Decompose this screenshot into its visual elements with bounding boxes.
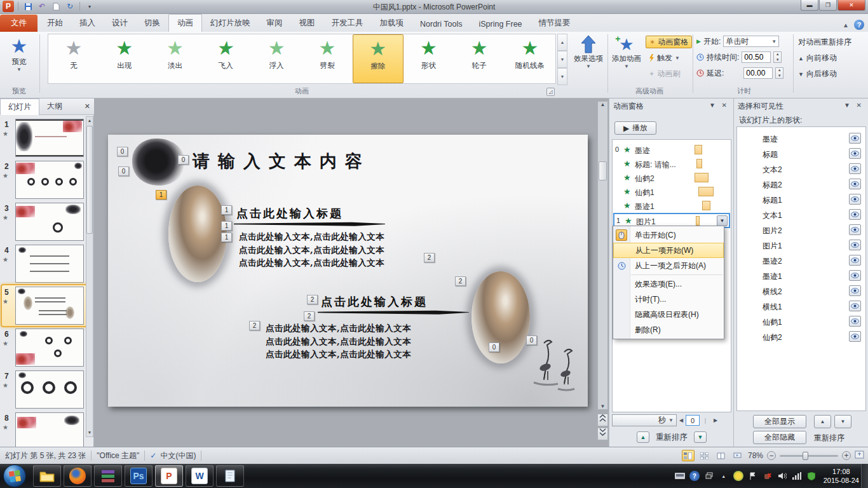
close-button[interactable]: ✕ (837, 0, 865, 11)
timeline-bar[interactable] (695, 173, 709, 182)
slide-title-placeholder[interactable]: 请输入文本内容 (193, 150, 370, 173)
volume-tray-icon[interactable] (777, 471, 787, 481)
next-slide-button[interactable] (597, 428, 608, 440)
shape-row[interactable]: 图片2 (737, 222, 865, 238)
timeline-right-icon[interactable]: ▶ (711, 417, 720, 423)
close-icon[interactable]: ✕ (722, 102, 727, 109)
animation-badge[interactable]: 2 (249, 321, 260, 330)
section-title-placeholder[interactable]: 点击此处输入标题 (321, 294, 428, 309)
timeline-bar[interactable] (702, 201, 710, 210)
animation-badge[interactable]: 1 (221, 205, 232, 215)
mountain-picture-left[interactable] (168, 186, 227, 282)
tab-insert[interactable]: 插入 (71, 15, 104, 32)
menu-item-timing[interactable]: 计时(T)... (613, 292, 724, 307)
tab-ispring-free[interactable]: iSpring Free (470, 17, 530, 32)
slide-thumbnail-4[interactable] (15, 245, 84, 283)
shape-row[interactable]: 墨迹1 (737, 268, 865, 283)
animation-badge[interactable]: 2 (455, 276, 466, 286)
tab-addins[interactable]: 加载项 (372, 15, 412, 32)
slideshow-view-button[interactable] (731, 450, 744, 461)
slide-thumbnail-8[interactable] (15, 412, 84, 451)
fit-to-window-icon[interactable] (855, 451, 864, 461)
menu-item-start-after-previous[interactable]: 从上一项之后开始(A) (613, 258, 724, 273)
tab-outline[interactable]: 大纲 (39, 98, 70, 114)
eye-icon[interactable] (849, 209, 861, 220)
animation-item-crane1[interactable]: ★ 仙鹤1 (613, 185, 730, 199)
delay-input[interactable] (743, 67, 773, 79)
menu-item-effect-options[interactable]: 效果选项(E)... (613, 276, 724, 292)
animation-item-inkblot[interactable]: 0 ★ 墨迹 (613, 143, 730, 157)
tab-slides-thumbnails[interactable]: 幻灯片 (0, 98, 39, 115)
shape-row[interactable]: 文本2 (737, 161, 865, 177)
menu-item-start-on-click[interactable]: 单击开始(C) (613, 227, 724, 243)
animation-effect-shape[interactable]: ★ 形状 (403, 34, 454, 83)
reorder-up-button[interactable]: ▲ (814, 415, 831, 428)
previous-slide-button[interactable] (597, 414, 608, 426)
zoom-out-icon[interactable]: − (767, 451, 776, 460)
help-icon[interactable]: ? (854, 20, 864, 30)
pane-menu-icon[interactable]: ▼ (709, 102, 715, 109)
start-button[interactable] (3, 464, 26, 487)
restore-button[interactable]: ❐ (819, 0, 837, 11)
animation-effect-wipe[interactable]: ★ 擦除 (353, 34, 403, 83)
slide-thumbnail-3[interactable] (15, 203, 84, 241)
theme-name[interactable]: "Office 主题" (97, 451, 139, 461)
editor-scrollbar[interactable]: ▲ ▼ (597, 101, 608, 410)
scroll-down-icon[interactable]: ▼ (86, 429, 93, 437)
body-text-placeholder[interactable]: 点击此处输入文本,点击此处输入文本 点击此处输入文本,点击此处输入文本 点击此处… (266, 322, 411, 361)
menu-item-start-with-previous[interactable]: 从上一项开始(W) (613, 243, 724, 258)
slide-thumbnail-1[interactable] (15, 119, 84, 157)
slide-sorter-view-button[interactable] (698, 450, 711, 461)
move-earlier-button[interactable]: ▲ 向前移动 (798, 53, 837, 64)
gallery-scroll-down-button[interactable]: ▼ (557, 51, 567, 68)
tab-nordri-tools[interactable]: Nordri Tools (412, 17, 470, 32)
scroll-up-icon[interactable]: ▲ (86, 117, 93, 125)
antivirus-tray-icon[interactable] (733, 471, 743, 481)
photoshop-taskbar-button[interactable]: Ps (125, 465, 153, 487)
animation-item-inkblot1[interactable]: ★ 墨迹1 (613, 199, 730, 213)
timeline-position[interactable]: 0 (686, 415, 700, 426)
eye-icon[interactable] (849, 316, 861, 327)
animation-effect-random-bars[interactable]: ★ 随机线条 (505, 34, 555, 83)
scrollbar-handle[interactable] (86, 126, 93, 234)
animation-item-title[interactable]: ★ 标题: 请输... (613, 157, 730, 171)
animation-effect-none[interactable]: ★ 无 (48, 34, 99, 83)
timeline-bar[interactable] (696, 159, 702, 168)
animation-badge[interactable]: 1 (221, 233, 232, 242)
shape-row[interactable]: 仙鹤2 (737, 329, 865, 344)
scroll-down-icon[interactable]: ▼ (598, 403, 607, 409)
eye-icon[interactable] (849, 163, 861, 174)
shape-row[interactable]: 仙鹤1 (737, 314, 865, 329)
explorer-taskbar-button[interactable] (33, 465, 61, 487)
tab-developer[interactable]: 开发工具 (323, 15, 372, 32)
slide-thumbnail-2[interactable] (15, 161, 84, 199)
normal-view-button[interactable] (682, 450, 695, 461)
timeline-left-icon[interactable]: ◀ (677, 417, 686, 423)
body-text-placeholder[interactable]: 点击此处输入文本,点击此处输入文本 点击此处输入文本,点击此处输入文本 点击此处… (239, 230, 384, 269)
animation-effect-fly-in[interactable]: ★ 飞入 (200, 34, 251, 83)
shape-row[interactable]: 横线2 (737, 283, 865, 299)
animation-pane-button[interactable]: ✶ 动画窗格 (646, 36, 692, 48)
preview-button[interactable]: ★ 预览 ▼ (5, 35, 33, 72)
close-icon[interactable]: ✕ (85, 102, 90, 111)
firefox-taskbar-button[interactable] (64, 465, 92, 487)
eye-icon[interactable] (849, 270, 861, 281)
scrollbar-handle[interactable] (599, 161, 607, 180)
slide-canvas[interactable]: 请输入文本内容 点击此处输入标题 点击此处输入文本,点击此处输入文本 点击此处输… (108, 135, 588, 407)
tab-animations[interactable]: 动画 (168, 14, 202, 32)
notepad-taskbar-button[interactable] (216, 465, 244, 487)
powerpoint-taskbar-button[interactable]: P (155, 465, 183, 487)
show-all-button[interactable]: 全部显示 (753, 415, 806, 428)
close-icon[interactable]: ✕ (857, 102, 862, 109)
hide-all-button[interactable]: 全部隐藏 (753, 431, 806, 444)
seconds-dropdown[interactable]: 秒 ▼ (612, 414, 677, 426)
word-taskbar-button[interactable]: W (186, 465, 214, 487)
animation-badge[interactable]: 0 (117, 147, 128, 156)
security-shield-tray-icon[interactable] (806, 471, 817, 481)
zoom-level[interactable]: 78% (748, 451, 763, 460)
minimize-ribbon-icon[interactable]: ▲ (843, 22, 849, 29)
action-center-flag-icon[interactable] (748, 471, 758, 481)
play-button[interactable]: ▶ 播放 (614, 121, 656, 135)
reading-view-button[interactable] (715, 450, 728, 461)
shape-row[interactable]: 墨迹2 (737, 253, 865, 268)
